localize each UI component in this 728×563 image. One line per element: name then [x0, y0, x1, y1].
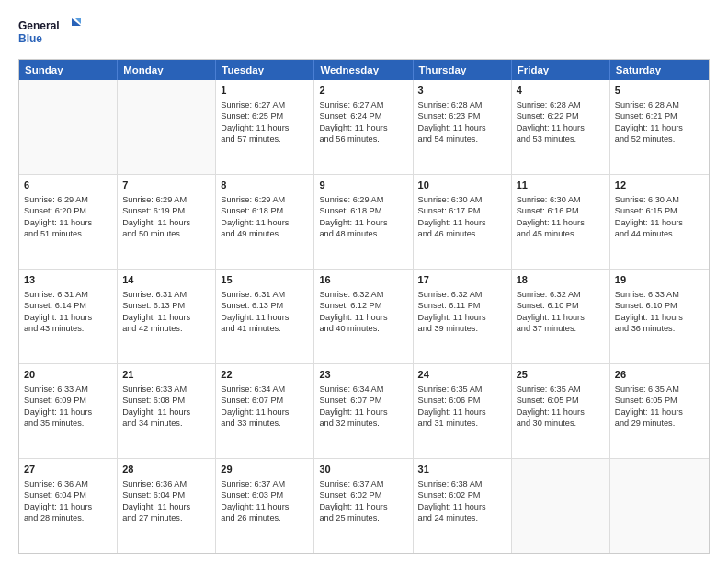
day-cell-25: 25Sunrise: 6:35 AMSunset: 6:05 PMDayligh…	[512, 364, 610, 458]
cell-line-2: Daylight: 11 hours	[319, 122, 407, 133]
cell-line-3: and 29 minutes.	[615, 418, 704, 429]
day-number: 31	[418, 463, 506, 477]
day-cell-16: 16Sunrise: 6:32 AMSunset: 6:12 PMDayligh…	[314, 270, 413, 363]
day-number: 20	[24, 368, 112, 382]
calendar-row-2: 13Sunrise: 6:31 AMSunset: 6:14 PMDayligh…	[19, 270, 709, 364]
day-number: 2	[319, 84, 407, 98]
cell-line-2: Daylight: 11 hours	[615, 407, 704, 418]
cell-line-1: Sunset: 6:11 PM	[418, 300, 506, 311]
day-number: 27	[24, 463, 112, 477]
day-cell-14: 14Sunrise: 6:31 AMSunset: 6:13 PMDayligh…	[118, 270, 216, 363]
cell-line-2: Daylight: 11 hours	[319, 217, 407, 228]
cell-line-2: Daylight: 11 hours	[517, 407, 605, 418]
cell-line-3: and 32 minutes.	[319, 418, 407, 429]
cell-line-3: and 25 minutes.	[319, 512, 407, 523]
cell-line-1: Sunset: 6:18 PM	[319, 205, 407, 216]
cell-line-0: Sunrise: 6:28 AM	[418, 99, 506, 110]
day-number: 8	[221, 178, 309, 192]
day-cell-15: 15Sunrise: 6:31 AMSunset: 6:13 PMDayligh…	[216, 270, 314, 363]
calendar: SundayMondayTuesdayWednesdayThursdayFrid…	[18, 59, 710, 554]
day-cell-1: 1Sunrise: 6:27 AMSunset: 6:25 PMDaylight…	[216, 80, 314, 174]
day-number: 15	[221, 273, 309, 287]
cell-line-3: and 45 minutes.	[517, 228, 605, 239]
cell-line-2: Daylight: 11 hours	[221, 501, 309, 512]
day-number: 16	[319, 273, 407, 287]
day-number: 7	[122, 178, 210, 192]
day-number: 1	[221, 84, 309, 98]
day-cell-26: 26Sunrise: 6:35 AMSunset: 6:05 PMDayligh…	[610, 364, 709, 458]
day-number: 18	[517, 273, 605, 287]
cell-line-0: Sunrise: 6:28 AM	[615, 99, 704, 110]
day-cell-29: 29Sunrise: 6:37 AMSunset: 6:03 PMDayligh…	[216, 459, 314, 553]
cell-line-0: Sunrise: 6:37 AM	[221, 478, 309, 489]
cell-line-0: Sunrise: 6:33 AM	[122, 384, 210, 395]
cell-line-1: Sunset: 6:15 PM	[615, 205, 704, 216]
cell-line-2: Daylight: 11 hours	[615, 312, 704, 323]
cell-line-2: Daylight: 11 hours	[24, 217, 112, 228]
cell-line-1: Sunset: 6:22 PM	[517, 110, 605, 121]
cell-line-2: Daylight: 11 hours	[122, 407, 210, 418]
cell-line-2: Daylight: 11 hours	[122, 217, 210, 228]
day-cell-13: 13Sunrise: 6:31 AMSunset: 6:14 PMDayligh…	[19, 270, 118, 363]
svg-text:Blue: Blue	[18, 32, 42, 45]
cell-line-3: and 41 minutes.	[221, 323, 309, 334]
day-cell-23: 23Sunrise: 6:34 AMSunset: 6:07 PMDayligh…	[314, 364, 413, 458]
cell-line-0: Sunrise: 6:36 AM	[122, 478, 210, 489]
calendar-row-0: 1Sunrise: 6:27 AMSunset: 6:25 PMDaylight…	[19, 80, 709, 175]
day-cell-27: 27Sunrise: 6:36 AMSunset: 6:04 PMDayligh…	[19, 459, 118, 553]
day-cell-10: 10Sunrise: 6:30 AMSunset: 6:17 PMDayligh…	[414, 175, 512, 269]
day-cell-22: 22Sunrise: 6:34 AMSunset: 6:07 PMDayligh…	[216, 364, 314, 458]
header: General Blue	[18, 17, 710, 50]
cell-line-3: and 56 minutes.	[319, 133, 407, 144]
cell-line-3: and 35 minutes.	[24, 418, 112, 429]
cell-line-3: and 27 minutes.	[122, 512, 210, 523]
cell-line-3: and 46 minutes.	[418, 228, 506, 239]
empty-cell	[610, 459, 709, 553]
calendar-row-1: 6Sunrise: 6:29 AMSunset: 6:20 PMDaylight…	[19, 175, 709, 270]
page: General Blue SundayMondayTuesdayWednesda…	[0, 0, 728, 563]
day-number: 12	[615, 178, 704, 192]
day-number: 9	[319, 178, 407, 192]
cell-line-1: Sunset: 6:04 PM	[122, 489, 210, 500]
day-number: 13	[24, 273, 112, 287]
cell-line-0: Sunrise: 6:29 AM	[319, 194, 407, 205]
cell-line-1: Sunset: 6:18 PM	[221, 205, 309, 216]
cell-line-0: Sunrise: 6:30 AM	[615, 194, 704, 205]
cell-line-0: Sunrise: 6:35 AM	[615, 384, 704, 395]
day-cell-21: 21Sunrise: 6:33 AMSunset: 6:08 PMDayligh…	[118, 364, 216, 458]
cell-line-1: Sunset: 6:14 PM	[24, 300, 112, 311]
cell-line-2: Daylight: 11 hours	[615, 122, 704, 133]
cell-line-3: and 52 minutes.	[615, 133, 704, 144]
day-cell-8: 8Sunrise: 6:29 AMSunset: 6:18 PMDaylight…	[216, 175, 314, 269]
cell-line-0: Sunrise: 6:32 AM	[418, 289, 506, 300]
calendar-row-4: 27Sunrise: 6:36 AMSunset: 6:04 PMDayligh…	[19, 459, 709, 553]
day-cell-18: 18Sunrise: 6:32 AMSunset: 6:10 PMDayligh…	[512, 270, 610, 363]
cell-line-1: Sunset: 6:06 PM	[418, 395, 506, 406]
day-number: 17	[418, 273, 506, 287]
cell-line-2: Daylight: 11 hours	[418, 217, 506, 228]
day-number: 6	[24, 178, 112, 192]
day-cell-17: 17Sunrise: 6:32 AMSunset: 6:11 PMDayligh…	[414, 270, 512, 363]
logo: General Blue	[18, 17, 83, 50]
cell-line-0: Sunrise: 6:29 AM	[24, 194, 112, 205]
cell-line-0: Sunrise: 6:30 AM	[517, 194, 605, 205]
cell-line-1: Sunset: 6:13 PM	[221, 300, 309, 311]
day-number: 10	[418, 178, 506, 192]
cell-line-0: Sunrise: 6:27 AM	[319, 99, 407, 110]
cell-line-3: and 43 minutes.	[24, 323, 112, 334]
cell-line-1: Sunset: 6:09 PM	[24, 395, 112, 406]
cell-line-2: Daylight: 11 hours	[24, 501, 112, 512]
day-number: 21	[122, 368, 210, 382]
cell-line-3: and 31 minutes.	[418, 418, 506, 429]
cell-line-0: Sunrise: 6:38 AM	[418, 478, 506, 489]
cell-line-3: and 51 minutes.	[24, 228, 112, 239]
cell-line-2: Daylight: 11 hours	[221, 407, 309, 418]
cell-line-3: and 53 minutes.	[517, 133, 605, 144]
cell-line-0: Sunrise: 6:33 AM	[24, 384, 112, 395]
empty-cell	[512, 459, 610, 553]
day-header-saturday: Saturday	[610, 60, 709, 80]
calendar-row-3: 20Sunrise: 6:33 AMSunset: 6:09 PMDayligh…	[19, 364, 709, 459]
day-cell-20: 20Sunrise: 6:33 AMSunset: 6:09 PMDayligh…	[19, 364, 118, 458]
cell-line-1: Sunset: 6:23 PM	[418, 110, 506, 121]
day-cell-24: 24Sunrise: 6:35 AMSunset: 6:06 PMDayligh…	[414, 364, 512, 458]
